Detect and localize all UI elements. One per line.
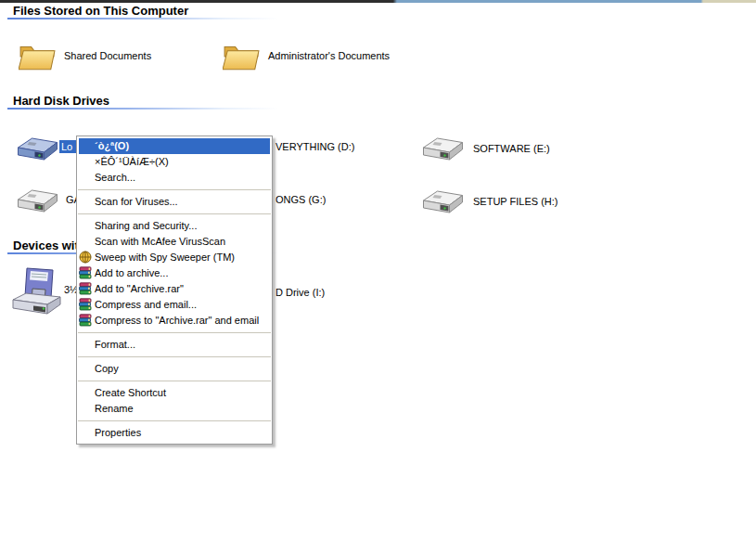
drive-d-label-fragment[interactable]: VERYTHING (D:)	[275, 141, 354, 152]
menu-item-sweep-with-spy-sweeper[interactable]: Sweep with Spy Sweeper (TM)	[77, 250, 272, 265]
section-rule-files	[7, 18, 278, 19]
menu-item-add-to-archive[interactable]: Add to archive...	[77, 265, 272, 281]
drive-g-label-fragment[interactable]: ONGS (G:)	[275, 194, 326, 205]
hard-drive-icon	[421, 136, 465, 161]
winrar-icon	[79, 314, 92, 327]
spy-sweeper-icon	[79, 251, 92, 264]
menu-item-compress-to-archive-rar-and-email[interactable]: Compress to "Archive.rar" and email	[77, 313, 272, 329]
tile-administrators-documents[interactable]: Administrator's Documents	[223, 37, 390, 74]
menu-item-label: Format...	[95, 339, 135, 350]
my-computer-content-pane: Files Stored on This Computer Shared Doc…	[0, 0, 756, 555]
hard-drive-icon[interactable]	[16, 188, 59, 213]
menu-separator	[78, 420, 271, 421]
menu-item-label: Scan for Viruses...	[95, 196, 178, 207]
menu-item-scan-with-mcafee[interactable]: Scan with McAfee VirusScan	[77, 234, 272, 250]
menu-item-format[interactable]: Format...	[77, 337, 272, 353]
winrar-icon	[79, 282, 92, 295]
menu-item-label: Compress and email...	[95, 299, 197, 310]
section-rule-hard-disks	[7, 108, 278, 110]
tile-drive-h[interactable]: SETUP FILES (H:)	[421, 189, 557, 213]
administrators-documents-label[interactable]: Administrator's Documents	[268, 50, 390, 61]
menu-item-label: Properties	[95, 427, 141, 438]
menu-item-sharing-and-security[interactable]: Sharing and Security...	[77, 218, 272, 234]
context-menu: ´ò¿ª(O) ×ÊÔ´¹ÜÀíÆ÷(X) Search... Scan for…	[76, 136, 273, 445]
hard-drive-icon-selected[interactable]	[16, 136, 59, 161]
menu-item-label: ×ÊÔ´¹ÜÀíÆ÷(X)	[95, 156, 169, 167]
menu-item-label: Copy	[95, 363, 119, 374]
menu-item-search[interactable]: Search...	[77, 170, 272, 186]
menu-item-label: ´ò¿ª(O)	[95, 140, 129, 151]
hard-drive-icon	[421, 189, 465, 213]
shared-documents-label[interactable]: Shared Documents	[64, 50, 151, 61]
menu-item-scan-for-viruses[interactable]: Scan for Viruses...	[77, 194, 272, 210]
tile-shared-documents[interactable]: Shared Documents	[19, 37, 151, 74]
menu-separator	[78, 213, 271, 214]
menu-item-label: Scan with McAfee VirusScan	[95, 236, 225, 247]
winrar-icon	[79, 298, 92, 311]
menu-item-properties[interactable]: Properties	[77, 425, 272, 441]
menu-separator	[78, 356, 271, 357]
section-title-hard-disk-drives: Hard Disk Drives	[13, 94, 109, 108]
folder-icon	[19, 37, 56, 74]
section-title-devices: Devices wit	[13, 239, 79, 252]
winrar-icon	[79, 266, 92, 279]
menu-item-add-to-archive-rar[interactable]: Add to "Archive.rar"	[77, 281, 272, 297]
menu-item-open[interactable]: ´ò¿ª(O)	[79, 138, 270, 154]
menu-item-label: Add to archive...	[95, 267, 169, 278]
drive-e-label[interactable]: SOFTWARE (E:)	[473, 143, 550, 154]
folder-icon	[223, 37, 260, 74]
drive-h-label[interactable]: SETUP FILES (H:)	[473, 196, 557, 207]
menu-item-create-shortcut[interactable]: Create Shortcut	[77, 385, 272, 401]
tile-drive-e[interactable]: SOFTWARE (E:)	[421, 136, 550, 161]
menu-item-label: Rename	[95, 403, 134, 414]
menu-separator	[78, 189, 271, 190]
menu-separator	[78, 381, 271, 381]
menu-item-label: Compress to "Archive.rar" and email	[95, 315, 259, 326]
section-title-files-stored: Files Stored on This Computer	[13, 4, 188, 18]
floppy-drive-icon[interactable]	[11, 266, 63, 316]
menu-item-label: Sharing and Security...	[95, 220, 197, 231]
menu-separator	[78, 332, 271, 333]
drive-i-label-fragment[interactable]: D Drive (I:)	[275, 287, 325, 298]
menu-item-label: Create Shortcut	[95, 387, 166, 398]
menu-item-explorer[interactable]: ×ÊÔ´¹ÜÀíÆ÷(X)	[77, 154, 272, 170]
cropped-toolbar-edge	[0, 0, 756, 3]
menu-item-label: Search...	[95, 172, 135, 183]
menu-item-copy[interactable]: Copy	[77, 361, 272, 377]
menu-item-label: Add to "Archive.rar"	[95, 283, 184, 294]
menu-item-rename[interactable]: Rename	[77, 401, 272, 417]
menu-item-compress-and-email[interactable]: Compress and email...	[77, 297, 272, 313]
menu-item-label: Sweep with Spy Sweeper (TM)	[95, 252, 235, 263]
